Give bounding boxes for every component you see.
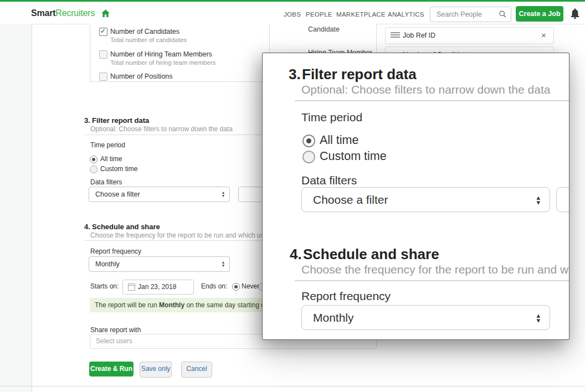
section-3-title: Filter report data [302, 66, 417, 83]
radio-label[interactable]: Custom time [100, 165, 137, 173]
create-a-job-button[interactable]: Create a Job [516, 6, 563, 22]
metric-label: Number of Hiring Team Members [110, 50, 212, 58]
section-3-number: 3. [84, 116, 90, 125]
time-period-label: Time period [301, 111, 362, 124]
share-users-placeholder: Select users [96, 337, 132, 345]
metric-label: Number of Positions [110, 73, 173, 80]
section-3-subtitle: Optional: Choose filters to narrow down … [301, 83, 550, 96]
radio-label[interactable]: Custom time [320, 149, 387, 163]
metric-label: Number of Candidates [110, 28, 179, 35]
report-frequency-label: Report frequency [90, 247, 141, 255]
start-date-input[interactable]: Jan 23, 2018 [122, 280, 194, 295]
ends-on-label: Ends on: [201, 282, 227, 290]
updown-stepper-icon: ▴▾ [222, 261, 224, 267]
start-date-value: Jan 23, 2018 [138, 283, 176, 291]
section-divider [295, 280, 569, 281]
home-icon[interactable] [101, 9, 110, 17]
column-chip-label: Job Ref ID [403, 32, 435, 39]
radio-custom-time[interactable] [90, 166, 98, 173]
section-4-number: 4. [290, 246, 302, 263]
select-value: Monthly [313, 311, 354, 324]
close-icon[interactable]: × [541, 31, 546, 39]
radio-all-time[interactable] [302, 135, 315, 147]
section-3-title: Filter report data [92, 116, 149, 125]
radio-ends-never[interactable] [232, 283, 240, 291]
section-3-number: 3. [289, 66, 301, 83]
calendar-icon [128, 283, 135, 291]
report-frequency-label: Report frequency [301, 290, 391, 303]
updown-stepper-icon: ▴▾ [536, 194, 540, 205]
search-icon[interactable] [499, 10, 507, 20]
radio-all-time[interactable] [90, 156, 98, 163]
metric-description: Total number of candidates [110, 37, 187, 43]
logo-text-light: Recruiters [55, 8, 95, 18]
data-filters-label: Data filters [301, 174, 357, 187]
section-divider [295, 100, 569, 101]
updown-stepper-icon: ▴▾ [222, 191, 224, 198]
smartrecruiters-report-builder: SmartRecruiters JOBS PEOPLE MARKETPLACE … [0, 0, 585, 392]
nav-item-people[interactable]: PEOPLE [306, 11, 332, 18]
footer-divider [0, 386, 585, 386]
nav-item-analytics[interactable]: ANALYTICS [388, 11, 424, 18]
checkbox-number-of-positions[interactable] [99, 73, 107, 81]
logo-text-bold: Smart [31, 8, 55, 18]
radio-label[interactable]: Never [242, 282, 259, 290]
updown-stepper-icon: ▴▾ [536, 312, 540, 323]
radio-label[interactable]: All time [320, 133, 358, 147]
drag-handle-icon[interactable] [391, 32, 400, 33]
checkbox-number-of-candidates[interactable] [99, 28, 107, 36]
section-4-title: Schedule and share [303, 246, 439, 263]
data-filter-value-select[interactable] [556, 187, 569, 212]
zoom-magnifier-overlay: 3. Filter report data Optional: Choose f… [262, 53, 569, 340]
bell-icon[interactable] [570, 8, 580, 22]
report-frequency-select[interactable]: Monthly ▴▾ [301, 305, 550, 330]
section-4-subtitle: Choose the frequency for the report to b… [301, 263, 569, 276]
radio-custom-time[interactable] [302, 151, 315, 163]
share-report-label: Share report with [90, 326, 141, 334]
metric-description: Total number of hiring team members [110, 59, 215, 66]
people-search-box [430, 7, 511, 22]
section-4-number: 4. [84, 223, 90, 231]
section-3-subtitle: Optional: Choose filters to narrow down … [90, 125, 233, 133]
data-filters-label: Data filters [90, 178, 122, 186]
left-sidebar [0, 24, 32, 392]
cancel-button[interactable]: Cancel [181, 362, 212, 378]
section-4-title: Schedule and share [92, 223, 160, 231]
nav-item-jobs[interactable]: JOBS [284, 11, 301, 18]
top-navbar: SmartRecruiters JOBS PEOPLE MARKETPLACE … [0, 2, 585, 24]
search-input[interactable] [435, 8, 499, 21]
create-and-run-button[interactable]: Create & Run [89, 362, 134, 376]
report-frequency-select[interactable]: Monthly ▴▾ [89, 256, 230, 272]
field-group-candidate: Candidate [308, 25, 340, 33]
select-value: Choose a filter [313, 193, 388, 207]
radio-label[interactable]: All time [100, 155, 122, 163]
smartrecruiters-logo[interactable]: SmartRecruiters [31, 8, 110, 18]
checkbox-number-of-hiring-team-members[interactable] [99, 50, 107, 59]
data-filter-select[interactable]: Choose a filter ▴▾ [301, 187, 550, 212]
starts-on-label: Starts on: [90, 282, 119, 290]
data-filter-select[interactable]: Choose a filter ▴▾ [89, 187, 230, 202]
time-period-label: Time period [90, 141, 125, 149]
nav-item-marketplace[interactable]: MARKETPLACE [336, 11, 386, 18]
select-value: Choose a filter [95, 190, 140, 198]
select-value: Monthly [95, 260, 120, 268]
save-only-button[interactable]: Save only [140, 362, 172, 378]
